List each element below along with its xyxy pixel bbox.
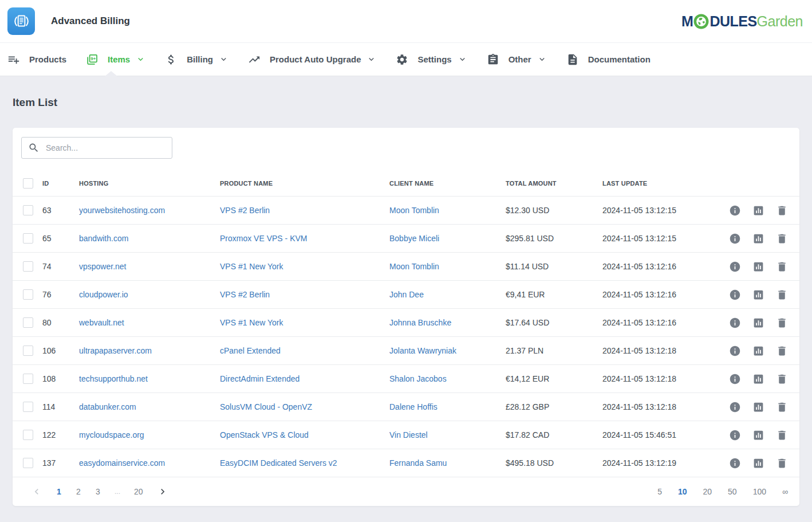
row-checkbox[interactable]	[23, 430, 33, 440]
cell-client-name-link[interactable]: John Dee	[389, 290, 506, 299]
row-checkbox[interactable]	[23, 402, 33, 412]
delete-icon[interactable]	[776, 317, 788, 329]
page-number-20[interactable]: 20	[134, 487, 143, 496]
info-icon[interactable]	[729, 317, 741, 329]
search-input[interactable]	[21, 137, 172, 159]
prev-page-button[interactable]	[31, 486, 42, 497]
delete-icon[interactable]	[776, 289, 788, 301]
chevron-down-icon	[537, 54, 547, 64]
nav-item-product-auto-upgrade[interactable]: Product Auto Upgrade	[248, 53, 376, 66]
cell-product-name-link[interactable]: DirectAdmin Extended	[220, 374, 389, 383]
cell-product-name-link[interactable]: VPS #1 New York	[220, 262, 389, 271]
cell-product-name-link[interactable]: VPS #2 Berlin	[220, 290, 389, 299]
cell-hosting-link[interactable]: techsupporthub.net	[79, 374, 220, 383]
nav-item-products[interactable]: Products	[7, 53, 66, 66]
page-size-10[interactable]: 10	[678, 487, 687, 496]
cell-hosting-link[interactable]: easydomainservice.com	[79, 458, 220, 468]
cell-product-name-link[interactable]: cPanel Extended	[220, 346, 389, 355]
row-checkbox[interactable]	[23, 458, 33, 468]
delete-icon[interactable]	[776, 205, 788, 217]
cell-client-name-link[interactable]: Fernanda Samu	[389, 458, 506, 468]
chart-icon[interactable]	[752, 233, 764, 245]
cell-client-name-link[interactable]: Dalene Hoffis	[389, 402, 506, 411]
page-number-1[interactable]: 1	[56, 487, 62, 496]
row-checkbox[interactable]	[23, 346, 33, 356]
info-icon[interactable]	[729, 205, 741, 217]
chart-icon[interactable]	[752, 205, 764, 217]
info-icon[interactable]	[729, 429, 741, 441]
cell-product-name-link[interactable]: VPS #1 New York	[220, 318, 389, 327]
row-checkbox[interactable]	[23, 261, 33, 272]
cell-client-name-link[interactable]: Vin Diestel	[389, 430, 506, 439]
row-checkbox[interactable]	[23, 233, 33, 244]
page-number-3[interactable]: 3	[95, 487, 101, 496]
cell-client-name-link[interactable]: Moon Tomblin	[389, 206, 506, 215]
cell-hosting-link[interactable]: databunker.com	[79, 402, 220, 411]
cell-hosting-link[interactable]: mycloudspace.org	[79, 430, 220, 439]
chart-icon[interactable]	[752, 373, 764, 385]
nav-item-items[interactable]: 9+ Items	[86, 53, 145, 66]
cell-client-name-link[interactable]: Moon Tomblin	[389, 262, 506, 271]
info-icon[interactable]	[729, 373, 741, 385]
info-icon[interactable]	[729, 345, 741, 357]
chart-icon[interactable]	[752, 401, 764, 413]
modulesgarden-logo[interactable]: M DULES Garden	[681, 13, 803, 30]
cell-client-name-link[interactable]: Jolanta Wawryniak	[389, 346, 506, 355]
row-checkbox[interactable]	[23, 205, 33, 215]
delete-icon[interactable]	[776, 261, 788, 273]
cell-product-name-link[interactable]: Proxmox VE VPS - KVM	[220, 234, 389, 243]
page-size-20[interactable]: 20	[703, 487, 712, 496]
chart-icon[interactable]	[752, 457, 764, 469]
row-actions	[727, 373, 788, 385]
page-size-5[interactable]: 5	[657, 487, 662, 496]
cell-id: 108	[42, 374, 79, 383]
cell-client-name-link[interactable]: Bobbye Miceli	[389, 234, 506, 243]
delete-icon[interactable]	[776, 429, 788, 441]
cell-hosting-link[interactable]: yourwebsitehosting.com	[79, 206, 220, 215]
row-checkbox[interactable]	[23, 374, 33, 384]
chart-icon[interactable]	[752, 345, 764, 357]
nav-item-billing[interactable]: Billing	[165, 53, 228, 66]
cell-client-name-link[interactable]: Johnna Bruschke	[389, 318, 506, 327]
cell-hosting-link[interactable]: vpspower.net	[79, 262, 220, 271]
cell-product-name-link[interactable]: EasyDCIM Dedicated Servers v2	[220, 458, 389, 468]
info-icon[interactable]	[729, 261, 741, 273]
delete-icon[interactable]	[776, 345, 788, 357]
delete-icon[interactable]	[776, 457, 788, 469]
info-icon[interactable]	[729, 233, 741, 245]
cell-product-name-link[interactable]: SolusVM Cloud - OpenVZ	[220, 402, 389, 411]
cell-product-name-link[interactable]: OpenStack VPS & Cloud	[220, 430, 389, 439]
page-ellipsis: ...	[115, 488, 120, 496]
page-size-all[interactable]: ∞	[782, 487, 788, 496]
cell-hosting-link[interactable]: webvault.net	[79, 318, 220, 327]
next-page-button[interactable]	[157, 486, 168, 497]
nav-item-other[interactable]: Other	[487, 53, 547, 66]
cell-hosting-link[interactable]: cloudpower.io	[79, 290, 220, 299]
row-actions	[727, 429, 788, 441]
cell-product-name-link[interactable]: VPS #2 Berlin	[220, 206, 389, 215]
cell-client-name-link[interactable]: Shalon Jacobos	[389, 374, 506, 383]
delete-icon[interactable]	[776, 373, 788, 385]
delete-icon[interactable]	[776, 401, 788, 413]
info-icon[interactable]	[729, 401, 741, 413]
chart-icon[interactable]	[752, 317, 764, 329]
chart-icon[interactable]	[752, 261, 764, 273]
row-checkbox[interactable]	[23, 317, 33, 328]
info-icon[interactable]	[729, 457, 741, 469]
page-size-50[interactable]: 50	[728, 487, 737, 496]
chart-icon[interactable]	[752, 429, 764, 441]
nav-item-settings[interactable]: Settings	[396, 53, 467, 66]
chart-icon[interactable]	[752, 289, 764, 301]
select-all-checkbox[interactable]	[23, 178, 33, 189]
row-checkbox[interactable]	[23, 289, 33, 300]
info-icon[interactable]	[729, 289, 741, 301]
page-number-2[interactable]: 2	[76, 487, 81, 496]
nav-item-documentation[interactable]: Documentation	[566, 53, 651, 66]
table-row: 122 mycloudspace.org OpenStack VPS & Clo…	[13, 421, 799, 449]
cell-id: 137	[42, 458, 79, 468]
cell-hosting-link[interactable]: ultrapapaserver.com	[79, 346, 220, 355]
delete-icon[interactable]	[776, 233, 788, 245]
page-size-100[interactable]: 100	[753, 487, 766, 496]
table-row: 108 techsupporthub.net DirectAdmin Exten…	[13, 364, 799, 393]
cell-hosting-link[interactable]: bandwith.com	[79, 234, 220, 243]
